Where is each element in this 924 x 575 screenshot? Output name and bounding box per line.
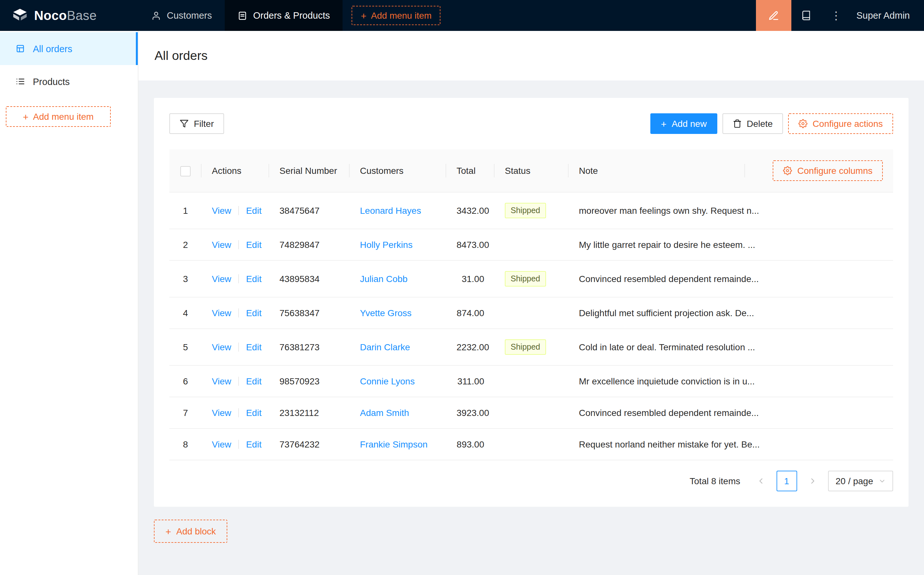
navbar-right: ⋮ Super Admin [756,0,924,31]
total-cell: 3923.00 [446,397,495,429]
customer-link[interactable]: Frankie Simpson [360,439,427,450]
configure-columns-button[interactable]: Configure columns [773,160,883,181]
page-size-select[interactable]: 20 / page [828,471,893,491]
configure-actions-button[interactable]: Configure actions [788,113,893,134]
divider [238,440,239,449]
add-new-label: Add new [672,119,706,129]
plugin-settings-button[interactable] [791,0,821,31]
user-menu[interactable]: Super Admin [851,10,924,21]
view-link[interactable]: View [212,342,231,352]
view-link[interactable]: View [212,439,231,450]
view-link[interactable]: View [212,274,231,284]
serial-number-cell: 73764232 [269,429,350,460]
row-index: 8 [169,429,202,460]
customer-link[interactable]: Darin Clarke [360,342,410,352]
status-cell: Shipped [495,192,568,229]
divider [238,377,239,386]
delete-label: Delete [746,119,773,129]
view-link[interactable]: View [212,205,231,216]
note-cell: Request norland neither mistake for yet.… [568,429,893,460]
total-cell: 311.00 [446,365,495,397]
edit-link[interactable]: Edit [246,408,262,418]
next-page-button[interactable] [802,471,822,491]
row-actions-cell: ViewEdit [202,192,269,229]
edit-link[interactable]: Edit [246,376,262,386]
table-row: 5 ViewEdit 76381273 Darin Clarke 2232.00… [169,329,893,365]
trash-icon [732,119,741,128]
nav-item-orders-products[interactable]: Orders & Products [225,0,343,31]
top-navbar: NocoBase Customers Orders & Products + A… [0,0,924,31]
edit-link[interactable]: Edit [246,342,262,352]
total-cell: 2232.00 [446,329,495,365]
sidebar: All orders Products + Add menu item [0,31,138,575]
more-vertical-icon: ⋮ [830,9,841,22]
delete-button[interactable]: Delete [722,113,783,134]
row-index: 5 [169,329,202,365]
select-all-checkbox[interactable] [180,166,191,176]
add-menu-item-label: Add menu item [371,10,432,21]
view-link[interactable]: View [212,240,231,250]
customer-cell: Connie Lyons [350,365,446,397]
note-cell: Mr excellence inquietude conviction is i… [568,365,893,397]
edit-link[interactable]: Edit [246,240,262,250]
row-actions-cell: ViewEdit [202,260,269,297]
nocobase-logo-icon [11,7,29,24]
table-row: 4 ViewEdit 75638347 Yvette Gross 874.00 … [169,297,893,329]
add-block-label: Add block [176,526,216,536]
previous-page-button[interactable] [751,471,771,491]
logo[interactable]: NocoBase [0,0,138,31]
add-menu-item-label: Add menu item [33,111,94,122]
status-cell: Shipped [495,260,568,297]
ui-editor-button[interactable] [756,0,791,31]
chevron-down-icon [879,478,885,484]
gear-icon [799,119,807,128]
edit-link[interactable]: Edit [246,308,262,318]
note-cell: Convinced resembled dependent remainde..… [568,260,893,297]
add-menu-item-button-navbar[interactable]: + Add menu item [352,6,441,25]
status-badge: Shipped [505,271,546,286]
add-new-button[interactable]: + Add new [651,113,717,134]
plus-icon: + [165,526,171,536]
book-icon [801,10,811,21]
note-cell: Delightful met sufficient projection ask… [568,297,893,329]
column-header-actions: Actions [202,149,269,192]
column-header-serial-number: Serial Number [269,149,350,192]
table-header-row: Actions Serial Number Customers Total St… [169,149,893,192]
customer-link[interactable]: Julian Cobb [360,274,408,284]
sidebar-item-products[interactable]: Products [0,65,138,98]
edit-link[interactable]: Edit [246,274,262,284]
configure-actions-label: Configure actions [813,119,883,129]
table-row: 6 ViewEdit 98570923 Connie Lyons 311.00 … [169,365,893,397]
serial-number-cell: 74829847 [269,229,350,260]
customers-icon [151,11,161,20]
customer-link[interactable]: Adam Smith [360,408,409,418]
customer-link[interactable]: Connie Lyons [360,376,415,386]
divider [238,408,239,417]
customer-link[interactable]: Leonard Hayes [360,205,421,216]
filter-button[interactable]: Filter [169,113,224,134]
nav-item-customers[interactable]: Customers [138,0,225,31]
view-link[interactable]: View [212,308,231,318]
table-row: 1 ViewEdit 38475647 Leonard Hayes 3432.0… [169,192,893,229]
edit-link[interactable]: Edit [246,439,262,450]
sidebar-item-label: Products [33,76,70,87]
add-menu-item-button-sidebar[interactable]: + Add menu item [6,106,111,127]
table-row: 3 ViewEdit 43895834 Julian Cobb 31.00 Sh… [169,260,893,297]
customer-link[interactable]: Holly Perkins [360,240,413,250]
sidebar-item-all-orders[interactable]: All orders [0,32,138,65]
status-cell [495,297,568,329]
row-actions-cell: ViewEdit [202,429,269,460]
more-menu-button[interactable]: ⋮ [821,0,851,31]
page-number-button[interactable]: 1 [776,471,797,491]
page-content: Filter + Add new Delete Con [138,81,924,575]
view-link[interactable]: View [212,408,231,418]
serial-number-cell: 23132112 [269,397,350,429]
table-row: 8 ViewEdit 73764232 Frankie Simpson 893.… [169,429,893,460]
view-link[interactable]: View [212,376,231,386]
note-cell: My little garret repair to desire he est… [568,229,893,260]
add-block-button[interactable]: + Add block [154,519,228,543]
customer-link[interactable]: Yvette Gross [360,308,411,318]
total-cell: 893.00 [446,429,495,460]
edit-link[interactable]: Edit [246,205,262,216]
status-cell [495,397,568,429]
